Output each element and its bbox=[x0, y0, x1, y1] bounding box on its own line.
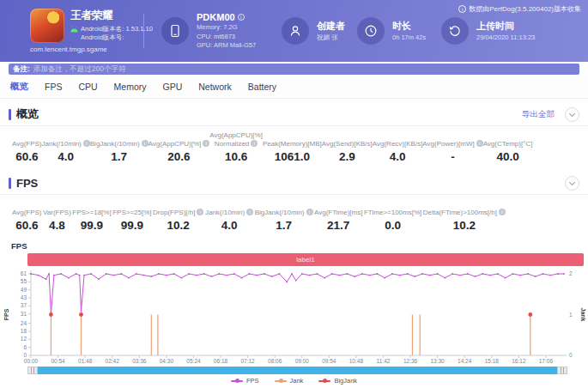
metric-column: BigJank(/10min)i1.7 bbox=[90, 131, 149, 163]
app-icon bbox=[30, 9, 64, 43]
info-icon[interactable]: i bbox=[142, 140, 149, 147]
chart-label-banner[interactable]: label1 bbox=[27, 253, 584, 266]
upload-time-value: 29/04/2020 11:13:23 bbox=[476, 33, 535, 42]
clock-icon bbox=[357, 17, 385, 45]
export-all-link[interactable]: 导出全部 bbox=[522, 109, 555, 120]
device-info-group: PDKM00i Memory: 7.2G CPU: mt6873 GPU: AR… bbox=[146, 12, 282, 50]
collect-note-text: 数据由PerfDog(3.5.200402)版本收集 bbox=[469, 4, 581, 14]
info-icon[interactable]: i bbox=[476, 140, 483, 147]
metric-value: 10.2 bbox=[153, 219, 203, 232]
remark-label: 备注: bbox=[13, 64, 30, 75]
chevron-down-icon bbox=[569, 179, 575, 185]
remark-bar[interactable]: 备注: 添加备注，不超过200个字符 bbox=[9, 64, 579, 75]
upload-time-group: 上传时间 29/04/2020 11:13:23 bbox=[441, 17, 588, 45]
tab-FPS[interactable]: FPS bbox=[45, 82, 62, 92]
creator-group: 创建者 祝媚 张 bbox=[282, 17, 357, 45]
svg-text:09:00: 09:00 bbox=[295, 358, 310, 364]
metric-column: BigJank(/10min)i1.7 bbox=[255, 200, 313, 232]
info-icon[interactable]: i bbox=[499, 209, 506, 215]
svg-text:12: 12 bbox=[21, 336, 27, 342]
svg-text:61: 61 bbox=[21, 270, 27, 276]
metric-value: 10.2 bbox=[423, 219, 506, 232]
svg-text:24: 24 bbox=[21, 320, 27, 326]
svg-text:0: 0 bbox=[569, 352, 573, 358]
section-accent-bar bbox=[9, 109, 11, 120]
tab-Network[interactable]: Network bbox=[198, 82, 232, 92]
metric-value: - bbox=[422, 150, 482, 163]
overview-collapse-button[interactable] bbox=[565, 107, 579, 122]
metric-value: 40.0 bbox=[483, 150, 533, 163]
tab-Battery[interactable]: Battery bbox=[248, 82, 276, 92]
upload-time-label: 上传时间 bbox=[476, 20, 535, 33]
metric-value: 1061.0 bbox=[263, 150, 322, 163]
metric-value: 1.7 bbox=[90, 150, 149, 163]
legend-FPS[interactable]: FPS bbox=[231, 377, 259, 385]
metric-column: Avg(CTemp)[°C]40.0 bbox=[483, 131, 533, 163]
svg-text:2: 2 bbox=[569, 270, 573, 276]
legend-Jank[interactable]: Jank bbox=[275, 377, 304, 385]
svg-text:17:06: 17:06 bbox=[539, 358, 554, 364]
info-icon[interactable]: i bbox=[83, 140, 90, 147]
fps-collapse-button[interactable] bbox=[565, 176, 579, 191]
metric-value: 1.7 bbox=[255, 219, 313, 232]
info-icon[interactable]: i bbox=[251, 140, 258, 147]
duration-group: 时长 0h 17m 42s bbox=[357, 17, 441, 45]
info-icon[interactable]: i bbox=[203, 140, 209, 147]
svg-text:02:42: 02:42 bbox=[106, 358, 120, 364]
metric-column: Delta(FTime)>100ms[/h]i10.2 bbox=[423, 200, 506, 232]
duration-value: 0h 17m 42s bbox=[392, 33, 426, 42]
legend-BigJank[interactable]: BigJank bbox=[318, 377, 357, 385]
fps-chart-block: FPS label1 0612182431374349556101200:000… bbox=[0, 241, 588, 385]
svg-text:FPS: FPS bbox=[3, 308, 9, 320]
metric-value: 21.7 bbox=[314, 219, 362, 232]
metric-column: Jank(/10min)i4.0 bbox=[205, 200, 253, 232]
scrollbar-right-handle[interactable] bbox=[557, 367, 567, 374]
device-memory: Memory: 7.2G bbox=[197, 23, 256, 32]
android-icon bbox=[70, 27, 78, 33]
svg-text:Jank: Jank bbox=[580, 308, 586, 322]
collect-note: i 数据由PerfDog(3.5.200402)版本收集 bbox=[458, 4, 581, 14]
tab-bar: 概览FPSCPUMemoryGPUNetworkBattery bbox=[0, 75, 588, 99]
chart-scrollbar[interactable] bbox=[27, 367, 567, 374]
info-icon[interactable]: i bbox=[306, 209, 313, 215]
svg-text:0: 0 bbox=[23, 352, 27, 358]
metric-value: 0.0 bbox=[364, 219, 421, 232]
remark-placeholder: 添加备注，不超过200个字符 bbox=[33, 64, 126, 75]
tab-GPU[interactable]: GPU bbox=[163, 82, 183, 92]
header-divider bbox=[143, 14, 144, 48]
info-icon: i bbox=[458, 5, 466, 13]
perfdog-report-page: i 数据由PerfDog(3.5.200402)版本收集 王者荣耀 Androi… bbox=[0, 0, 588, 385]
app-info-group: 王者荣耀 Android版本名: 1.53.1.10 Android版本号: c… bbox=[30, 9, 142, 53]
svg-text:05:24: 05:24 bbox=[186, 358, 201, 364]
svg-text:06:18: 06:18 bbox=[214, 358, 228, 364]
info-icon[interactable]: i bbox=[238, 14, 245, 21]
metric-column: Avg(Send)[KB/s]2.9 bbox=[322, 131, 373, 163]
app-version-name: Android版本名: 1.53.1.10 bbox=[81, 25, 153, 33]
fps-section-title: FPS bbox=[16, 177, 38, 190]
metric-value: 4.8 bbox=[43, 219, 71, 232]
svg-text:31: 31 bbox=[21, 311, 27, 317]
svg-text:43: 43 bbox=[21, 294, 27, 300]
metric-column: Avg(FTime)[ms]21.7 bbox=[314, 200, 362, 232]
metric-value: 10.6 bbox=[209, 150, 263, 163]
metric-column: Drop(FPS)[/h]i10.2 bbox=[153, 200, 203, 232]
metric-column: Avg(AppCPU)[%]Normalizedi10.6 bbox=[209, 131, 263, 163]
tab-概览[interactable]: 概览 bbox=[10, 81, 28, 93]
creator-label: 创建者 bbox=[317, 20, 345, 33]
svg-text:15:18: 15:18 bbox=[485, 358, 500, 364]
svg-text:18: 18 bbox=[21, 328, 27, 334]
info-icon[interactable]: i bbox=[197, 209, 203, 215]
tab-CPU[interactable]: CPU bbox=[78, 82, 97, 92]
chart-label-text: label1 bbox=[296, 256, 314, 264]
metric-column: Avg(FPS)60.6 bbox=[12, 131, 42, 163]
history-icon bbox=[441, 17, 469, 45]
chart-legend: FPSJankBigJank bbox=[0, 377, 588, 385]
tab-Memory[interactable]: Memory bbox=[114, 82, 147, 92]
metric-column: Avg(FPS)60.6 bbox=[12, 200, 42, 232]
info-icon[interactable]: i bbox=[246, 209, 253, 215]
app-version-code: Android版本号: bbox=[70, 33, 153, 42]
scrollbar-left-handle[interactable] bbox=[27, 367, 38, 374]
duration-label: 时长 bbox=[392, 20, 426, 33]
svg-text:12:36: 12:36 bbox=[403, 358, 418, 364]
metric-column: Jank(/10min)i4.0 bbox=[42, 131, 90, 163]
